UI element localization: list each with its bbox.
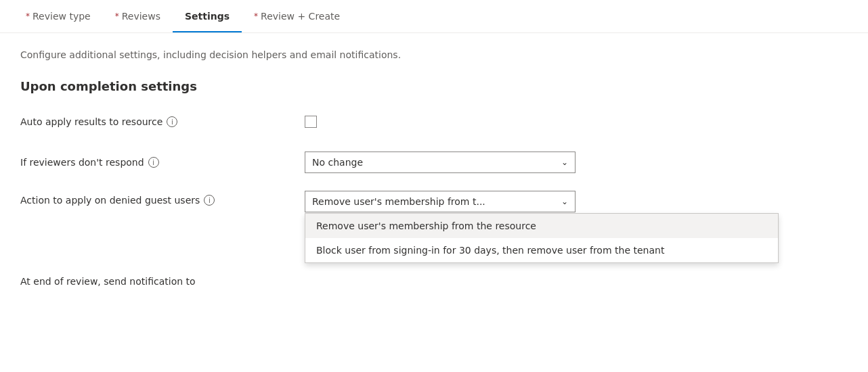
denied-guest-users-arrow-icon: ⌄ <box>561 197 568 206</box>
tab-review-type[interactable]: * Review type <box>14 0 103 32</box>
tab-bar: * Review type * Reviews Settings * Revie… <box>0 0 868 33</box>
denied-guest-users-row: Action to apply on denied guest users i … <box>20 191 848 215</box>
denied-guest-users-option-2[interactable]: Block user from signing-in for 30 days, … <box>305 238 778 262</box>
required-star-review-create: * <box>254 11 258 21</box>
settings-content: Configure additional settings, including… <box>0 33 868 326</box>
tab-settings[interactable]: Settings <box>173 0 242 32</box>
settings-subtitle: Configure additional settings, including… <box>20 49 848 60</box>
denied-guest-users-info-icon[interactable]: i <box>204 195 215 206</box>
reviewers-no-respond-dropdown[interactable]: No change ⌄ <box>305 152 576 173</box>
reviewers-no-respond-row: If reviewers don't respond i No change ⌄ <box>20 150 848 175</box>
end-of-review-notification-row: At end of review, send notification to <box>20 269 848 294</box>
denied-guest-users-option-1[interactable]: Remove user's membership from the resour… <box>305 214 778 238</box>
reviewers-no-respond-arrow-icon: ⌄ <box>561 158 568 167</box>
auto-apply-checkbox-wrapper <box>305 116 317 128</box>
denied-guest-users-dropdown-menu: Remove user's membership from the resour… <box>305 213 779 263</box>
reviewers-no-respond-info-icon[interactable]: i <box>148 157 159 168</box>
denied-guest-users-dropdown[interactable]: Remove user's membership from t... ⌄ <box>305 191 576 212</box>
required-star-reviews: * <box>115 11 119 21</box>
tab-reviews[interactable]: * Reviews <box>103 0 173 32</box>
denied-guest-users-label: Action to apply on denied guest users i <box>20 191 305 206</box>
required-star-review-type: * <box>26 11 30 21</box>
end-of-review-notification-label: At end of review, send notification to <box>20 276 305 287</box>
denied-guest-users-dropdown-container: Remove user's membership from t... ⌄ Rem… <box>305 191 576 212</box>
auto-apply-row: Auto apply results to resource i <box>20 110 848 134</box>
section-title: Upon completion settings <box>20 79 848 93</box>
auto-apply-label: Auto apply results to resource i <box>20 116 305 127</box>
auto-apply-checkbox[interactable] <box>305 116 317 128</box>
tab-review-create[interactable]: * Review + Create <box>242 0 352 32</box>
reviewers-no-respond-label: If reviewers don't respond i <box>20 157 305 168</box>
auto-apply-info-icon[interactable]: i <box>167 116 177 127</box>
